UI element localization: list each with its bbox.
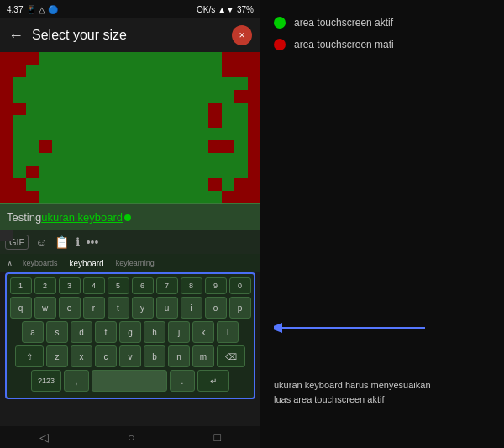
more-button[interactable]: •••: [87, 235, 99, 249]
key-z[interactable]: z: [46, 345, 68, 367]
key-7[interactable]: 7: [156, 277, 178, 294]
page-title: Select your size: [32, 28, 223, 43]
key-backspace[interactable]: ⌫: [217, 345, 245, 367]
keyboard-bottom-row: ?123 , . ↵: [8, 370, 252, 392]
key-w[interactable]: w: [34, 297, 56, 319]
legend-active: area touchscreen aktif: [274, 17, 491, 29]
legend-inactive: area touchscreen mati: [274, 39, 491, 50]
nav-home-icon[interactable]: ○: [128, 430, 134, 444]
status-network: OK/s: [197, 5, 215, 14]
nav-back-icon[interactable]: ◁: [39, 430, 49, 444]
key-5[interactable]: 5: [108, 277, 129, 294]
key-n[interactable]: n: [168, 345, 190, 367]
key-4[interactable]: 4: [83, 277, 105, 294]
key-6[interactable]: 6: [132, 277, 154, 294]
nav-recents-icon[interactable]: □: [214, 430, 221, 444]
keyboard-numbers-row: 1 2 3 4 5 6 7 8 9 0: [8, 277, 252, 294]
key-l[interactable]: l: [217, 321, 239, 343]
key-o[interactable]: o: [205, 297, 227, 319]
collapse-keyboard-icon[interactable]: ∧: [7, 259, 13, 268]
key-2[interactable]: 2: [34, 277, 56, 294]
key-i[interactable]: i: [181, 297, 202, 319]
keylearning-tab[interactable]: keylearning: [111, 257, 160, 269]
key-v[interactable]: v: [119, 345, 141, 367]
right-info-panel: area touchscreen aktif area touchscreen …: [260, 0, 504, 448]
status-signal: ▲▼: [218, 5, 234, 14]
touchscreen-visualization: [0, 52, 260, 203]
key-x[interactable]: x: [71, 345, 92, 367]
legend-dot-inactive: [274, 39, 286, 50]
back-button[interactable]: ←: [8, 27, 24, 45]
key-k[interactable]: k: [192, 321, 214, 343]
key-b[interactable]: b: [144, 345, 165, 367]
key-f[interactable]: f: [95, 321, 117, 343]
key-s[interactable]: s: [46, 321, 68, 343]
key-r[interactable]: r: [83, 297, 105, 319]
emoji-button[interactable]: ☺: [35, 235, 47, 249]
key-t[interactable]: t: [108, 297, 129, 319]
input-text-before: Testing: [7, 211, 41, 224]
legend-dot-active: [274, 17, 286, 29]
key-p[interactable]: p: [229, 297, 251, 319]
key-d[interactable]: d: [71, 321, 92, 343]
key-3[interactable]: 3: [59, 277, 81, 294]
key-shift[interactable]: ⇧: [15, 345, 44, 367]
close-button[interactable]: ×: [232, 25, 252, 45]
keyboard: 1 2 3 4 5 6 7 8 9 0 q w e r t y u i o p …: [5, 272, 255, 399]
input-text-highlight: ukuran keyboard: [41, 211, 123, 224]
annotation-area: ukuran keyboard harus menyesuaikan luas …: [274, 311, 491, 406]
legend-active-label: area touchscreen aktif: [294, 17, 393, 29]
text-input-area[interactable]: Testing ukuran keyboard: [0, 203, 260, 230]
key-y[interactable]: y: [132, 297, 154, 319]
status-notification-icons: 📱 △ 🔵: [26, 5, 58, 14]
key-a[interactable]: a: [22, 321, 44, 343]
phone-screen: 4:37 📱 △ 🔵 OK/s ▲▼ 37% ← Select your siz…: [0, 0, 260, 448]
key-9[interactable]: 9: [205, 277, 227, 294]
clipboard-button[interactable]: 📋: [55, 235, 69, 249]
keyboard-asdf-row: a s d f g h j k l: [8, 321, 252, 343]
key-c[interactable]: c: [95, 345, 117, 367]
annotation-arrow-svg: [274, 311, 459, 378]
key-g[interactable]: g: [119, 321, 141, 343]
keyboard-tab-active[interactable]: keyboard: [65, 257, 109, 270]
key-0[interactable]: 0: [229, 277, 251, 294]
status-battery: 37%: [237, 5, 254, 14]
key-q[interactable]: q: [10, 297, 32, 319]
key-1[interactable]: 1: [10, 277, 32, 294]
key-symbols[interactable]: ?123: [31, 370, 61, 392]
key-j[interactable]: j: [168, 321, 190, 343]
key-enter[interactable]: ↵: [197, 370, 229, 392]
status-right: OK/s ▲▼ 37%: [197, 5, 254, 14]
key-space[interactable]: [92, 370, 167, 392]
annotation-text: ukuran keyboard harus menyesuaikan luas …: [274, 378, 442, 406]
text-cursor: [124, 214, 131, 221]
bottom-navigation: ◁ ○ □: [0, 426, 260, 448]
keyboard-toolbar: GIF ☺ 📋 ℹ •••: [0, 230, 260, 254]
key-comma[interactable]: ,: [64, 370, 89, 392]
app-toolbar: ← Select your size ×: [0, 18, 260, 52]
status-left: 4:37 📱 △ 🔵: [7, 5, 58, 14]
keyboards-tab[interactable]: keyboards: [18, 257, 63, 269]
legend-inactive-label: area touchscreen mati: [294, 39, 394, 50]
key-8[interactable]: 8: [181, 277, 202, 294]
keyboard-qwerty-row: q w e r t y u i o p: [8, 297, 252, 319]
status-time: 4:37: [7, 5, 23, 14]
key-period[interactable]: .: [170, 370, 195, 392]
key-h[interactable]: h: [144, 321, 165, 343]
key-e[interactable]: e: [59, 297, 81, 319]
info-button[interactable]: ℹ: [76, 235, 80, 249]
keyboard-type-bar: ∧ keyboards keyboard keylearning: [0, 254, 260, 272]
status-bar: 4:37 📱 △ 🔵 OK/s ▲▼ 37%: [0, 0, 260, 18]
keyboard-zxcv-row: ⇧ z x c v b n m ⌫: [8, 345, 252, 367]
key-u[interactable]: u: [156, 297, 178, 319]
key-m[interactable]: m: [192, 345, 214, 367]
